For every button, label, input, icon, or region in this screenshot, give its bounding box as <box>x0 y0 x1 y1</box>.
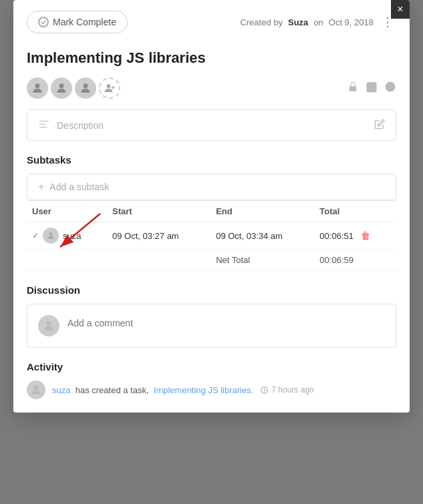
svg-point-3 <box>107 84 111 88</box>
edit-icon <box>374 119 385 132</box>
col-start: Start <box>107 201 210 222</box>
activity-title: Activity <box>27 361 396 372</box>
assignees-row <box>27 77 396 99</box>
svg-point-1 <box>59 83 64 88</box>
assignees-list <box>27 77 120 99</box>
subtasks-section: Subtasks + Add a subtask User Start End … <box>27 154 396 271</box>
description-box[interactable]: Description <box>27 109 396 141</box>
activity-time: 7 hours ago <box>260 385 313 395</box>
avatar <box>75 77 96 99</box>
modal-body: Implementing JS libraries <box>13 49 410 413</box>
col-user: User <box>27 201 107 222</box>
activity-section: Activity suza has created a task, Implem… <box>27 361 396 399</box>
svg-point-16 <box>47 321 51 326</box>
check-circle-icon <box>38 17 49 27</box>
clock-icon <box>384 81 396 95</box>
activity-user-link[interactable]: suza <box>52 385 70 395</box>
svg-point-17 <box>34 385 39 390</box>
avatar <box>27 77 48 99</box>
avatar <box>51 77 72 99</box>
description-placeholder: Description <box>57 120 104 131</box>
description-icon <box>38 118 50 132</box>
plus-icon: + <box>38 181 44 193</box>
table-row: ✓ suza 09 Oct, 03:27 am 09 Oct, 03:34 am <box>27 222 396 250</box>
net-total-row: Net Total 00:06:59 <box>27 250 396 271</box>
discussion-section: Discussion <box>27 284 396 348</box>
lock-icon <box>347 81 359 95</box>
commenter-avatar <box>38 315 59 336</box>
comment-input[interactable] <box>67 315 385 331</box>
close-button[interactable]: × <box>391 0 410 19</box>
header-meta: Created by Suza on Oct 9, 2018 ⋮ <box>240 15 396 29</box>
activity-task-link[interactable]: Implementing JS libraries. <box>154 385 254 395</box>
col-total: Total <box>314 201 396 222</box>
activity-item: suza has created a task, Implementing JS… <box>27 381 396 399</box>
delete-row-button[interactable]: 🗑 <box>361 230 370 241</box>
task-title: Implementing JS libraries <box>27 49 396 67</box>
svg-rect-7 <box>367 83 376 92</box>
subtasks-title: Subtasks <box>27 154 396 166</box>
mark-complete-button[interactable]: Mark Complete <box>27 11 128 33</box>
subtask-check-icon: ✓ <box>32 231 39 240</box>
svg-point-0 <box>35 83 40 88</box>
task-meta-icons <box>347 81 396 95</box>
subtask-table: User Start End Total ✓ <box>27 200 396 271</box>
add-subtask-button[interactable]: + Add a subtask <box>27 174 396 200</box>
col-end: End <box>210 201 314 222</box>
discussion-title: Discussion <box>27 284 396 296</box>
mini-avatar <box>43 228 59 244</box>
svg-point-2 <box>84 83 88 88</box>
activity-avatar <box>27 381 45 399</box>
svg-point-15 <box>49 232 53 236</box>
task-modal: × Mark Complete Created by Suza on Oct 9… <box>13 0 410 413</box>
modal-header: Mark Complete Created by Suza on Oct 9, … <box>13 0 410 44</box>
svg-rect-6 <box>349 86 357 91</box>
add-assignee-button[interactable] <box>99 77 120 99</box>
calendar-icon <box>366 81 378 95</box>
comment-box <box>27 304 396 348</box>
